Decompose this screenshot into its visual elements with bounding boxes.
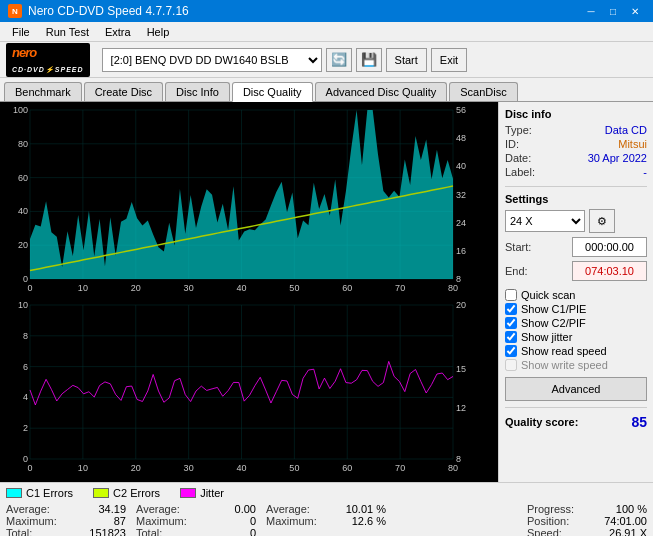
disc-date-row: Date: 30 Apr 2022 bbox=[505, 152, 647, 164]
show-c2pif-row: Show C2/PIF bbox=[505, 317, 647, 329]
jitter-max-row: Maximum: 12.6 % bbox=[266, 515, 386, 527]
right-panel: Disc info Type: Data CD ID: Mitsui Date:… bbox=[498, 102, 653, 482]
quality-score-row: Quality score: 85 bbox=[505, 414, 647, 430]
id-label: ID: bbox=[505, 138, 519, 150]
show-c1pie-label: Show C1/PIE bbox=[521, 303, 586, 315]
settings-icon-btn[interactable]: ⚙ bbox=[589, 209, 615, 233]
jitter-avg-value: 10.01 % bbox=[346, 503, 386, 515]
c1-avg-row: Average: 34.19 bbox=[6, 503, 126, 515]
c2-avg-row: Average: 0.00 bbox=[136, 503, 256, 515]
progress-row: Progress: 100 % bbox=[527, 503, 647, 515]
menu-help[interactable]: Help bbox=[139, 24, 178, 40]
c2-stats: Average: 0.00 Maximum: 0 Total: 0 bbox=[136, 503, 256, 536]
type-value: Data CD bbox=[605, 124, 647, 136]
minimize-button[interactable]: ─ bbox=[581, 3, 601, 19]
start-button[interactable]: Start bbox=[386, 48, 427, 72]
start-time-input[interactable] bbox=[572, 237, 647, 257]
end-time-input[interactable] bbox=[572, 261, 647, 281]
save-icon-btn[interactable]: 💾 bbox=[356, 48, 382, 72]
position-value: 74:01.00 bbox=[604, 515, 647, 527]
c2-legend-label: C2 Errors bbox=[113, 487, 160, 499]
c1-total-label: Total: bbox=[6, 527, 32, 536]
tab-disc-quality[interactable]: Disc Quality bbox=[232, 82, 313, 102]
main-content: Disc info Type: Data CD ID: Mitsui Date:… bbox=[0, 102, 653, 482]
c2-legend: C2 Errors bbox=[93, 487, 160, 499]
c2-max-label: Maximum: bbox=[136, 515, 187, 527]
advanced-button[interactable]: Advanced bbox=[505, 377, 647, 401]
drive-select[interactable]: [2:0] BENQ DVD DD DW1640 BSLB bbox=[102, 48, 322, 72]
disc-id-row: ID: Mitsui bbox=[505, 138, 647, 150]
jitter-avg-label: Average: bbox=[266, 503, 310, 515]
speed-select[interactable]: 24 X 16 X 8 X 4 X Max bbox=[505, 210, 585, 232]
menu-run-test[interactable]: Run Test bbox=[38, 24, 97, 40]
tab-disc-info[interactable]: Disc Info bbox=[165, 82, 230, 101]
show-read-speed-checkbox[interactable] bbox=[505, 345, 517, 357]
disc-label-row: Label: - bbox=[505, 166, 647, 178]
status-bar: C1 Errors C2 Errors Jitter Average: 34.1… bbox=[0, 482, 653, 536]
c2-avg-value: 0.00 bbox=[235, 503, 256, 515]
maximize-button[interactable]: □ bbox=[603, 3, 623, 19]
progress-label: Progress: bbox=[527, 503, 574, 515]
exit-button[interactable]: Exit bbox=[431, 48, 467, 72]
show-c2pif-label: Show C2/PIF bbox=[521, 317, 586, 329]
jitter-legend-color bbox=[180, 488, 196, 498]
nero-logo: nero CD·DVD⚡SPEED bbox=[6, 43, 90, 77]
tab-create-disc[interactable]: Create Disc bbox=[84, 82, 163, 101]
quality-score-value: 85 bbox=[631, 414, 647, 430]
title-bar-left: N Nero CD-DVD Speed 4.7.7.16 bbox=[8, 4, 189, 18]
disc-info-section: Disc info Type: Data CD ID: Mitsui Date:… bbox=[505, 108, 647, 178]
label-label: Label: bbox=[505, 166, 535, 178]
title-bar: N Nero CD-DVD Speed 4.7.7.16 ─ □ ✕ bbox=[0, 0, 653, 22]
tab-advanced-disc-quality[interactable]: Advanced Disc Quality bbox=[315, 82, 448, 101]
title-bar-controls[interactable]: ─ □ ✕ bbox=[581, 3, 645, 19]
show-read-speed-row: Show read speed bbox=[505, 345, 647, 357]
show-jitter-checkbox[interactable] bbox=[505, 331, 517, 343]
c1-avg-value: 34.19 bbox=[98, 503, 126, 515]
id-value: Mitsui bbox=[618, 138, 647, 150]
c2-total-value: 0 bbox=[250, 527, 256, 536]
speed-row: Speed: 26.91 X bbox=[527, 527, 647, 536]
refresh-icon-btn[interactable]: 🔄 bbox=[326, 48, 352, 72]
tab-bar: Benchmark Create Disc Disc Info Disc Qua… bbox=[0, 78, 653, 102]
bottom-chart bbox=[0, 297, 498, 477]
c2-legend-color bbox=[93, 488, 109, 498]
menu-file[interactable]: File bbox=[4, 24, 38, 40]
show-c2pif-checkbox[interactable] bbox=[505, 317, 517, 329]
quality-score-label: Quality score: bbox=[505, 416, 578, 428]
quick-scan-row: Quick scan bbox=[505, 289, 647, 301]
c1-total-value: 151823 bbox=[89, 527, 126, 536]
end-time-label: End: bbox=[505, 265, 528, 277]
c2-max-value: 0 bbox=[250, 515, 256, 527]
show-read-speed-label: Show read speed bbox=[521, 345, 607, 357]
menu-extra[interactable]: Extra bbox=[97, 24, 139, 40]
divider-2 bbox=[505, 407, 647, 408]
c1-legend: C1 Errors bbox=[6, 487, 73, 499]
c1-avg-label: Average: bbox=[6, 503, 50, 515]
menu-bar: File Run Test Extra Help bbox=[0, 22, 653, 42]
position-row: Position: 74:01.00 bbox=[527, 515, 647, 527]
app-icon: N bbox=[8, 4, 22, 18]
c1-legend-color bbox=[6, 488, 22, 498]
close-button[interactable]: ✕ bbox=[625, 3, 645, 19]
speed-label: Speed: bbox=[527, 527, 562, 536]
label-value: - bbox=[643, 166, 647, 178]
toolbar: nero CD·DVD⚡SPEED [2:0] BENQ DVD DD DW16… bbox=[0, 42, 653, 78]
jitter-max-label: Maximum: bbox=[266, 515, 317, 527]
show-write-speed-label: Show write speed bbox=[521, 359, 608, 371]
start-time-label: Start: bbox=[505, 241, 531, 253]
tab-benchmark[interactable]: Benchmark bbox=[4, 82, 82, 101]
quick-scan-checkbox[interactable] bbox=[505, 289, 517, 301]
c1-legend-label: C1 Errors bbox=[26, 487, 73, 499]
position-label: Position: bbox=[527, 515, 569, 527]
disc-info-title: Disc info bbox=[505, 108, 647, 120]
show-write-speed-row: Show write speed bbox=[505, 359, 647, 371]
top-chart bbox=[0, 102, 498, 297]
chart-area bbox=[0, 102, 498, 482]
settings-section: Settings 24 X 16 X 8 X 4 X Max ⚙ Start: … bbox=[505, 193, 647, 281]
jitter-max-value: 12.6 % bbox=[352, 515, 386, 527]
show-c1pie-checkbox[interactable] bbox=[505, 303, 517, 315]
tab-scan-disc[interactable]: ScanDisc bbox=[449, 82, 517, 101]
speed-value: 26.91 X bbox=[609, 527, 647, 536]
app-title: Nero CD-DVD Speed 4.7.7.16 bbox=[28, 4, 189, 18]
c2-max-row: Maximum: 0 bbox=[136, 515, 256, 527]
